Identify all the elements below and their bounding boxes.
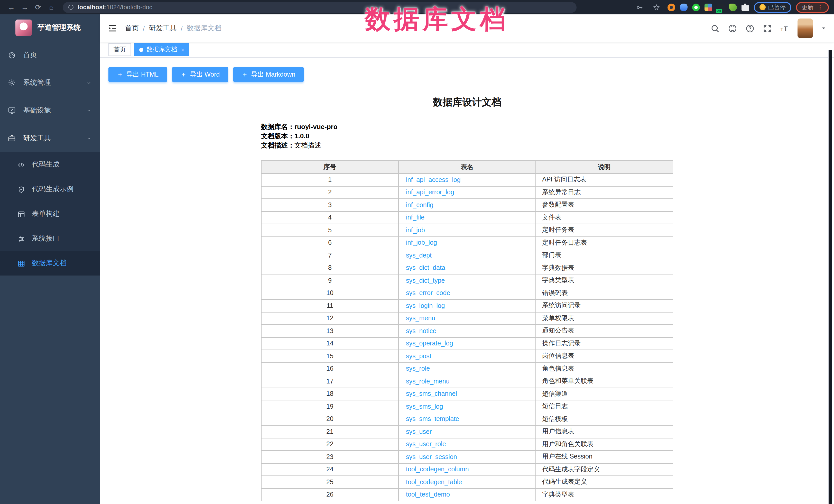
- url-text: localhost:1024/tool/db-doc: [78, 4, 152, 11]
- tab-label: 首页: [114, 45, 126, 54]
- table-row: 22sys_user_role用户和角色关联表: [261, 438, 673, 451]
- table-name-link[interactable]: sys_user_session: [406, 453, 457, 461]
- reload-icon[interactable]: ⟳: [32, 2, 44, 13]
- table-row: 12sys_menu菜单权限表: [261, 312, 673, 325]
- table-name-link[interactable]: sys_login_log: [406, 302, 445, 309]
- sidebar-subitem-0[interactable]: 代码生成: [0, 152, 100, 177]
- table-description: 角色信息表: [536, 363, 673, 375]
- table-name-link[interactable]: inf_job: [406, 227, 425, 234]
- plus-icon: ＋: [117, 70, 123, 79]
- fullscreen-icon[interactable]: [763, 23, 772, 33]
- export-button-2[interactable]: ＋导出 Markdown: [233, 67, 303, 82]
- row-index: 3: [261, 199, 398, 211]
- vertical-scrollbar[interactable]: [828, 50, 832, 504]
- sidebar-item-home[interactable]: 首页: [0, 41, 100, 69]
- row-index: 19: [261, 400, 398, 413]
- table-name-link[interactable]: sys_role: [406, 365, 430, 372]
- export-button-0[interactable]: ＋导出 HTML: [108, 67, 167, 82]
- user-avatar[interactable]: [797, 19, 813, 38]
- hamburger-icon[interactable]: [100, 24, 125, 33]
- table-name-link[interactable]: inf_file: [406, 214, 424, 221]
- sidebar-item-label: 系统管理: [23, 78, 51, 87]
- sidebar-item-devtools[interactable]: 研发工具: [0, 125, 100, 152]
- table-description: 系统异常日志: [536, 186, 673, 199]
- toolbox-icon: [8, 134, 16, 143]
- app-logo: [16, 20, 32, 36]
- back-icon[interactable]: ←: [5, 2, 18, 13]
- button-label: 导出 HTML: [126, 70, 158, 79]
- ext-on-icon[interactable]: on: [717, 3, 724, 11]
- ext-mosaic-icon[interactable]: [704, 3, 712, 11]
- table-name-link[interactable]: inf_job_log: [406, 239, 437, 246]
- sidebar-subitem-3[interactable]: 系统接口: [0, 226, 100, 251]
- sidebar-subitem-2[interactable]: 表单构建: [0, 201, 100, 226]
- table-description: 定时任务表: [536, 224, 673, 237]
- search-icon[interactable]: [710, 23, 720, 33]
- table-row: 4inf_file文件表: [261, 211, 673, 224]
- table-name-link[interactable]: inf_config: [406, 201, 434, 209]
- table-name-link[interactable]: sys_role_menu: [406, 378, 449, 385]
- row-index: 1: [261, 174, 398, 186]
- breadcrumb-tools[interactable]: 研发工具: [149, 24, 177, 33]
- row-index: 25: [261, 476, 398, 488]
- export-button-1[interactable]: ＋导出 Word: [172, 67, 228, 82]
- table-name-link[interactable]: sys_sms_channel: [406, 390, 457, 398]
- update-button[interactable]: 更新: [796, 2, 829, 13]
- tab-1[interactable]: 数据库文档×: [134, 43, 189, 56]
- ext-leaf-icon[interactable]: [729, 3, 737, 11]
- table-row: 17sys_role_menu角色和菜单关联表: [261, 375, 673, 388]
- app-logo-row[interactable]: 芋道管理系统: [0, 15, 100, 41]
- forward-icon[interactable]: →: [19, 2, 31, 13]
- table-name-link[interactable]: inf_api_access_log: [406, 176, 461, 183]
- table-name-link[interactable]: tool_codegen_table: [406, 479, 462, 486]
- github-icon[interactable]: [728, 23, 738, 33]
- ext-puzzle-icon[interactable]: [741, 3, 749, 11]
- kebab-menu-icon[interactable]: [817, 4, 823, 10]
- table-name-link[interactable]: tool_test_demo: [406, 491, 450, 498]
- screen: ← → ⟳ ⌂ localhost:1024/tool/db-doc on 已暂…: [0, 0, 834, 504]
- paused-chip[interactable]: 已暂停: [753, 2, 791, 13]
- home-icon[interactable]: ⌂: [45, 2, 58, 13]
- table-name-link[interactable]: sys_user: [406, 428, 432, 435]
- row-index: 13: [261, 325, 398, 337]
- close-icon[interactable]: ×: [181, 46, 184, 53]
- table-description: 短信日志: [536, 400, 673, 413]
- table-description: 短信模板: [536, 413, 673, 425]
- table-name-link[interactable]: sys_notice: [406, 327, 436, 335]
- table-row: 13sys_notice通知公告表: [261, 325, 673, 337]
- button-label: 导出 Markdown: [251, 70, 295, 79]
- key-icon[interactable]: [633, 2, 646, 13]
- ext-orange-icon[interactable]: [667, 3, 675, 11]
- tab-0[interactable]: 首页: [108, 43, 131, 56]
- page-info-icon[interactable]: [68, 4, 74, 10]
- address-bar[interactable]: localhost:1024/tool/db-doc: [63, 2, 576, 13]
- ext-blue-icon[interactable]: [680, 3, 687, 11]
- table-row: 23sys_user_session用户在线 Session: [261, 451, 673, 463]
- help-icon[interactable]: [745, 23, 755, 33]
- sidebar-item-infra[interactable]: 基础设施: [0, 96, 100, 125]
- svg-text:T: T: [781, 27, 783, 32]
- sidebar-menu: 首页系统管理基础设施研发工具: [0, 41, 100, 152]
- font-size-icon[interactable]: TT: [780, 23, 790, 33]
- sidebar-subitem-4[interactable]: 数据库文档: [0, 251, 100, 276]
- table-name-link[interactable]: tool_codegen_column: [406, 466, 469, 473]
- table-name-link[interactable]: sys_sms_template: [406, 416, 459, 423]
- table-name-link[interactable]: sys_error_code: [406, 290, 450, 297]
- row-index: 5: [261, 224, 398, 237]
- table-name-link[interactable]: sys_dict_data: [406, 264, 445, 272]
- chevron-down-icon[interactable]: [821, 25, 827, 31]
- table-name-link[interactable]: sys_dept: [406, 252, 432, 259]
- bookmark-star-icon[interactable]: [650, 2, 663, 13]
- ext-green-icon[interactable]: [692, 3, 700, 11]
- table-name-link[interactable]: sys_user_role: [406, 441, 446, 448]
- table-name-link[interactable]: sys_dict_type: [406, 277, 445, 284]
- table-name-link[interactable]: sys_menu: [406, 315, 435, 322]
- extension-icons: on: [667, 3, 749, 11]
- breadcrumb-home[interactable]: 首页: [125, 24, 139, 33]
- table-name-link[interactable]: sys_post: [406, 353, 432, 360]
- table-name-link[interactable]: sys_operate_log: [406, 340, 453, 347]
- table-name-link[interactable]: inf_api_error_log: [406, 189, 454, 196]
- table-name-link[interactable]: sys_sms_log: [406, 403, 443, 410]
- sidebar-item-system[interactable]: 系统管理: [0, 69, 100, 96]
- sidebar-subitem-1[interactable]: 代码生成示例: [0, 177, 100, 201]
